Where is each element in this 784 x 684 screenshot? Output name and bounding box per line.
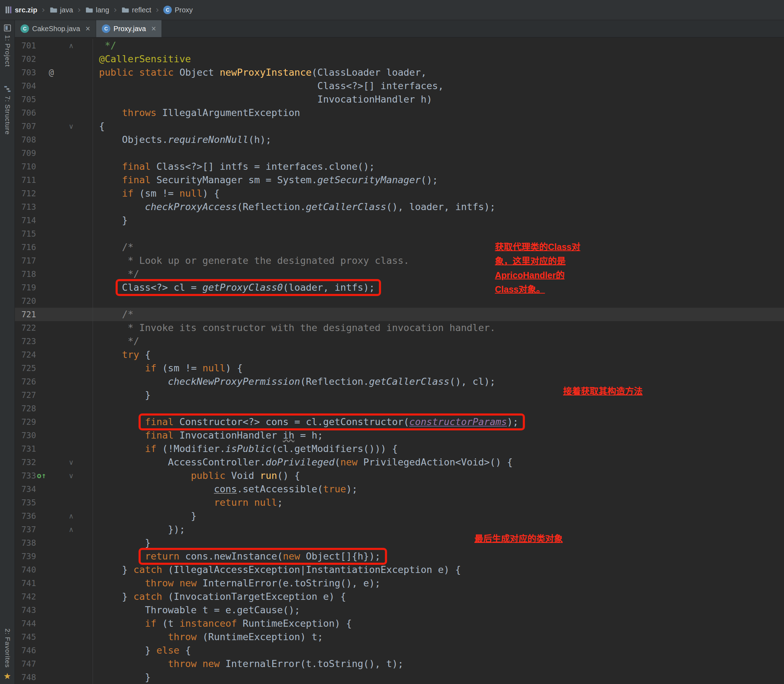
line-number[interactable]: 716 [15,240,36,254]
line-number[interactable]: 734 [15,482,36,496]
line-number[interactable]: 722 [15,321,36,335]
editor-tab[interactable]: CProxy.java× [96,20,162,37]
code-cell[interactable]: public static Object newProxyInstance(Cl… [93,66,784,79]
line-number[interactable]: 721 [15,308,36,321]
code-cell[interactable]: * Look up or generate the designated pro… [93,254,784,267]
line-number[interactable]: 728 [15,402,36,415]
code-cell[interactable] [93,227,784,240]
line-number[interactable]: 738 [15,536,36,550]
line-number[interactable]: 714 [15,214,36,227]
code-cell[interactable]: if (sm != null) { [93,361,784,375]
line-number[interactable]: 731 [15,442,36,455]
fold-up-icon[interactable]: ∧ [69,523,74,536]
code-line[interactable]: 706 throws IllegalArgumentException [15,106,784,119]
code-cell[interactable]: cons.setAccessible(true); [93,482,784,496]
line-number[interactable]: 748 [15,671,36,684]
line-number[interactable]: 739 [15,550,36,563]
code-editor[interactable]: 701∧ */702 @CallerSensitive703@ public s… [15,37,784,684]
code-line[interactable]: 740 } catch (IllegalAccessException|Inst… [15,563,784,576]
line-number[interactable]: 704 [15,79,36,93]
code-line[interactable]: 734 cons.setAccessible(true); [15,482,784,496]
code-cell[interactable]: InvocationHandler h) [93,93,784,106]
line-number[interactable]: 707 [15,119,36,133]
toolwindow-button[interactable]: 7: Structure [3,85,11,135]
gutter[interactable]: 715 [15,227,93,240]
code-cell[interactable]: Class<?>[] interfaces, [93,79,784,93]
code-cell[interactable]: /* [93,240,784,254]
line-number[interactable]: 736 [15,509,36,523]
code-line[interactable]: 715 [15,227,784,240]
code-cell[interactable]: Class<?> cl = getProxyClass0(loader, int… [93,281,784,294]
code-cell[interactable]: final SecurityManager sm = System.getSec… [93,173,784,187]
line-number[interactable]: 732 [15,455,36,469]
line-number[interactable]: 737 [15,523,36,536]
code-line[interactable]: 719 Class<?> cl = getProxyClass0(loader,… [15,281,784,294]
code-cell[interactable]: @CallerSensitive [93,52,784,66]
code-cell[interactable]: Objects.requireNonNull(h); [93,133,784,147]
line-number[interactable]: 708 [15,133,36,147]
override-gutter-icon[interactable]: o↑ [37,469,46,482]
line-number[interactable]: 705 [15,93,36,106]
code-cell[interactable]: /* [93,308,784,321]
code-cell[interactable]: checkProxyAccess(Reflection.getCallerCla… [93,200,784,214]
fold-up-icon[interactable]: ∧ [69,509,74,523]
line-number[interactable]: 733 [15,469,36,482]
code-line[interactable]: 727 } [15,388,784,402]
line-number[interactable]: 726 [15,375,36,388]
gutter[interactable]: 720 [15,294,93,308]
line-number[interactable]: 747 [15,657,36,671]
code-area[interactable]: 701∧ */702 @CallerSensitive703@ public s… [15,39,784,684]
code-cell[interactable]: throw new InternalError(t.toString(), t)… [93,657,784,671]
line-number[interactable]: 720 [15,294,36,308]
code-cell[interactable]: } [93,671,784,684]
code-line[interactable]: 705 InvocationHandler h) [15,93,784,106]
code-line[interactable]: 731 if (!Modifier.isPublic(cl.getModifie… [15,442,784,455]
code-line[interactable]: 724 try { [15,348,784,361]
fold-down-icon[interactable]: ∨ [69,469,74,482]
line-number[interactable]: 742 [15,590,36,603]
close-icon[interactable]: × [151,25,156,33]
line-number[interactable]: 740 [15,563,36,576]
line-number[interactable]: 727 [15,388,36,402]
code-line[interactable]: 708 Objects.requireNonNull(h); [15,133,784,147]
line-number[interactable]: 701 [15,39,36,52]
code-line[interactable]: 736∧ } [15,509,784,523]
code-cell[interactable]: throw (RuntimeException) t; [93,630,784,644]
line-number[interactable]: 735 [15,496,36,509]
code-cell[interactable] [93,147,784,160]
line-number[interactable]: 709 [15,147,36,160]
code-line[interactable]: 741 throw new InternalError(e.toString()… [15,576,784,590]
fold-up-icon[interactable]: ∧ [69,39,74,52]
code-cell[interactable]: } catch (InvocationTargetException e) { [93,590,784,603]
line-number[interactable]: 702 [15,52,36,66]
line-number[interactable]: 719 [15,281,36,294]
code-line[interactable]: 745 throw (RuntimeException) t; [15,630,784,644]
code-line[interactable]: 725 if (sm != null) { [15,361,784,375]
code-cell[interactable]: AccessController.doPrivileged(new Privil… [93,455,784,469]
code-line[interactable]: 729 final Constructor<?> cons = cl.getCo… [15,415,784,429]
gutter[interactable]: 709 [15,147,93,160]
line-number[interactable]: 706 [15,106,36,119]
code-line[interactable]: 710 final Class<?>[] intfs = interfaces.… [15,160,784,173]
code-line[interactable]: 748 } [15,671,784,684]
line-number[interactable]: 715 [15,227,36,240]
code-cell[interactable]: final Constructor<?> cons = cl.getConstr… [93,415,784,429]
code-line[interactable]: 721 /* [15,308,784,321]
code-line[interactable]: 733o↑∨ public Void run() { [15,469,784,482]
code-line[interactable]: 720 [15,294,784,308]
fold-down-icon[interactable]: ∨ [69,119,74,133]
breadcrumb-item[interactable]: reflect [121,6,151,14]
breadcrumb-item[interactable]: java [50,6,73,14]
code-line[interactable]: 722 * Invoke its constructor with the de… [15,321,784,335]
code-line[interactable]: 743 Throwable t = e.getCause(); [15,603,784,617]
code-line[interactable]: 744 if (t instanceof RuntimeException) { [15,617,784,630]
line-number[interactable]: 717 [15,254,36,267]
code-line[interactable]: 737∧ }); [15,523,784,536]
code-cell[interactable]: final InvocationHandler ih = h; [93,429,784,442]
breadcrumb-item[interactable]: src.zip [5,6,37,14]
line-number[interactable]: 703 [15,66,36,79]
code-cell[interactable] [93,294,784,308]
code-cell[interactable]: return null; [93,496,784,509]
line-number[interactable]: 743 [15,603,36,617]
code-cell[interactable]: * Invoke its constructor with the design… [93,321,784,335]
